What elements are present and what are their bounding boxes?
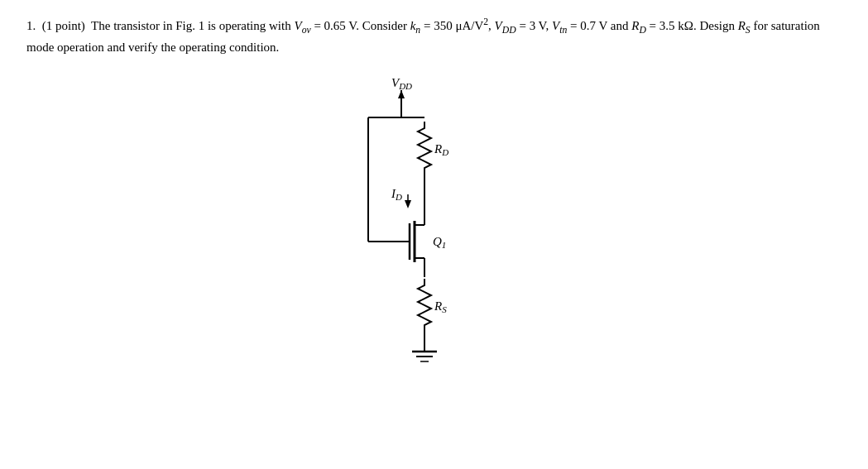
- rd-label: RD: [434, 142, 448, 157]
- svg-marker-7: [405, 200, 411, 208]
- svg-marker-1: [398, 90, 405, 98]
- problem-statement: The transistor in Fig. 1 is operating wi…: [26, 19, 820, 54]
- problem-text: 1. (1 point) The transistor in Fig. 1 is…: [26, 15, 837, 57]
- rs-label: RS: [434, 299, 447, 314]
- vdd-label: VDD: [391, 76, 412, 91]
- circuit-diagram: VDD RD ID: [0, 72, 848, 378]
- problem-number: 1.: [26, 19, 42, 32]
- id-label: ID: [391, 187, 402, 202]
- problem-points: (1 point): [42, 19, 91, 32]
- circuit-svg: VDD RD ID: [302, 72, 517, 378]
- q1-label: Q1: [433, 235, 446, 250]
